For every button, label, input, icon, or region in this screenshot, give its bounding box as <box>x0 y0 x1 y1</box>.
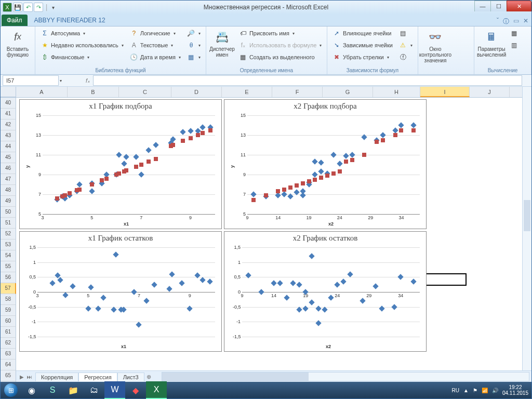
create-from-selection-button[interactable]: ▦Создать из выделенного <box>237 51 324 63</box>
name-box-dropdown-icon[interactable]: ▾ <box>60 78 62 83</box>
insert-function-button[interactable]: fx Вставить функцию <box>4 28 32 73</box>
worksheet[interactable]: 4041424344454647484950515253545556575859… <box>1 87 531 370</box>
sheet-tab-1[interactable]: Регрессия <box>78 373 117 381</box>
col-hdr-C[interactable]: C <box>119 87 171 97</box>
error-check-button[interactable]: ⚠▾ <box>397 39 415 51</box>
mdi-restore-icon[interactable]: ▭ <box>513 17 519 26</box>
row-hdr-56[interactable]: 56 <box>1 272 16 283</box>
math-button[interactable]: θ▾ <box>185 39 203 51</box>
nav-next-icon[interactable]: ▶ <box>18 374 25 380</box>
col-hdr-F[interactable]: F <box>272 87 323 97</box>
row-hdr-54[interactable]: 54 <box>1 250 16 261</box>
assign-name-button[interactable]: 🏷Присвоить имя▾ <box>237 28 324 39</box>
flag-icon[interactable]: ▲ <box>463 388 469 393</box>
row-hdr-57[interactable]: 57 <box>1 283 16 294</box>
row-hdr-40[interactable]: 40 <box>1 98 16 109</box>
ribbon-tab-7[interactable]: ABBYY FINEREADER 12 <box>29 14 111 26</box>
name-box[interactable]: I57 <box>3 75 59 86</box>
maximize-button[interactable]: ☐ <box>490 1 507 11</box>
datetime-button[interactable]: 🕓Дата и время▾ <box>128 51 183 63</box>
trace-precedents-button[interactable]: ➚Влияющие ячейки <box>330 28 395 39</box>
row-hdr-43[interactable]: 43 <box>1 130 16 141</box>
watch-window-button[interactable]: 👓 Окно контрольного значения <box>421 28 449 73</box>
pdf-icon[interactable]: ◆ <box>125 382 146 398</box>
row-hdr-60[interactable]: 60 <box>1 316 16 327</box>
col-hdr-A[interactable]: A <box>16 87 68 97</box>
col-hdr-E[interactable]: E <box>222 87 272 97</box>
row-hdr-44[interactable]: 44 <box>1 141 16 152</box>
row-hdr-48[interactable]: 48 <box>1 185 16 196</box>
word-icon[interactable]: W <box>104 381 125 399</box>
network-icon[interactable]: 📶 <box>482 388 488 393</box>
chart-x1-resid[interactable]: x1 График остатков-1,5-1-0,500,511,53579… <box>19 231 222 352</box>
row-hdr-53[interactable]: 53 <box>1 240 16 250</box>
calc-sheet-button[interactable]: ▥ <box>508 39 520 51</box>
undo-icon[interactable]: ↶ <box>23 3 33 12</box>
financial-button[interactable]: ₿Финансовые▾ <box>38 51 126 63</box>
skype-icon[interactable]: S <box>42 382 63 398</box>
row-hdr-51[interactable]: 51 <box>1 218 16 229</box>
col-hdr-G[interactable]: G <box>323 87 373 97</box>
trace-dependents-button[interactable]: ➘Зависимые ячейки <box>330 39 395 51</box>
row-hdr-45[interactable]: 45 <box>1 152 16 163</box>
column-headers[interactable]: ABCDEFGHIJ <box>16 87 531 98</box>
volume-icon[interactable]: 🔊 <box>492 388 498 393</box>
row-hdr-52[interactable]: 52 <box>1 229 16 240</box>
use-in-formula-button[interactable]: fₓИспользовать в формуле▾ <box>237 39 324 51</box>
excel-taskbar-icon[interactable]: X <box>146 381 167 399</box>
more-button[interactable]: ▦▾ <box>185 51 203 63</box>
row-hdr-46[interactable]: 46 <box>1 163 16 174</box>
chrome-icon[interactable]: ◉ <box>21 382 42 398</box>
save-icon[interactable]: 💾 <box>13 3 22 12</box>
row-hdr-58[interactable]: 58 <box>1 294 16 305</box>
col-hdr-I[interactable]: I <box>420 87 470 97</box>
col-hdr-B[interactable]: B <box>68 87 119 97</box>
row-hdr-49[interactable]: 49 <box>1 196 16 207</box>
row-hdr-55[interactable]: 55 <box>1 261 16 272</box>
chart-x1-fit[interactable]: x1 График подбора5791113153579yx1 <box>19 99 222 229</box>
lookup-button[interactable]: 🔎▾ <box>185 28 203 39</box>
ribbon-minimize-icon[interactable]: ˇ <box>497 17 499 26</box>
col-hdr-D[interactable]: D <box>171 87 222 97</box>
evaluate-button[interactable]: ⓕ <box>397 51 415 63</box>
close-button[interactable]: ✕ <box>507 1 531 11</box>
nav-last-icon[interactable]: ⏭ <box>26 374 33 380</box>
sheet-tab-0[interactable]: Корреляция <box>35 373 78 381</box>
file-tab[interactable]: Файл <box>2 15 28 26</box>
row-hdr-42[interactable]: 42 <box>1 119 16 130</box>
lang-indicator[interactable]: RU <box>452 388 459 393</box>
formula-input[interactable] <box>93 75 522 86</box>
fx-label-icon[interactable]: fₓ <box>86 77 90 84</box>
explorer-icon[interactable]: 📁 <box>63 382 84 398</box>
new-sheet-icon[interactable]: ⊕ <box>147 374 151 380</box>
clock[interactable]: 19:22 04.11.2015 <box>502 384 528 396</box>
calc-options-button[interactable]: 🖩 Параметры вычислений <box>477 28 506 68</box>
start-button[interactable]: ⊞ <box>1 382 21 398</box>
text-button[interactable]: AТекстовые▾ <box>128 39 183 51</box>
row-hdr-65[interactable]: 65 <box>1 370 16 381</box>
mdi-close-icon[interactable]: ✕ <box>523 17 528 26</box>
horizontal-scrollbar[interactable] <box>162 372 529 381</box>
redo-icon[interactable]: ↷ <box>34 3 43 12</box>
chart-x2-resid[interactable]: x2 График остатков-1,5-1-0,500,511,59141… <box>224 231 427 352</box>
row-hdr-62[interactable]: 62 <box>1 338 16 349</box>
chart-x2-fit[interactable]: x2 График подбора57911131591419242934yx2 <box>224 99 427 229</box>
logical-button[interactable]: ?Логические▾ <box>128 28 183 39</box>
row-hdr-64[interactable]: 64 <box>1 360 16 370</box>
row-hdr-41[interactable]: 41 <box>1 109 16 119</box>
row-hdr-59[interactable]: 59 <box>1 305 16 316</box>
show-formulas-button[interactable]: ▤ <box>397 28 415 39</box>
row-hdr-47[interactable]: 47 <box>1 174 16 185</box>
help-icon[interactable]: ⓘ <box>503 17 509 26</box>
col-hdr-H[interactable]: H <box>373 87 420 97</box>
folder-open-icon[interactable]: 🗂 <box>84 382 104 398</box>
remove-arrows-button[interactable]: ✖Убрать стрелки▾ <box>330 51 395 63</box>
minimize-button[interactable]: — <box>474 1 491 11</box>
row-hdr-50[interactable]: 50 <box>1 207 16 218</box>
col-hdr-J[interactable]: J <box>470 87 510 97</box>
name-manager-button[interactable]: 📇 Диспетчер имен <box>209 28 235 68</box>
recent-button[interactable]: ★Недавно использовались▾ <box>38 39 126 51</box>
row-hdr-63[interactable]: 63 <box>1 349 16 360</box>
sheet-tab-2[interactable]: Лист3 <box>117 373 144 381</box>
row-hdr-61[interactable]: 61 <box>1 327 16 338</box>
